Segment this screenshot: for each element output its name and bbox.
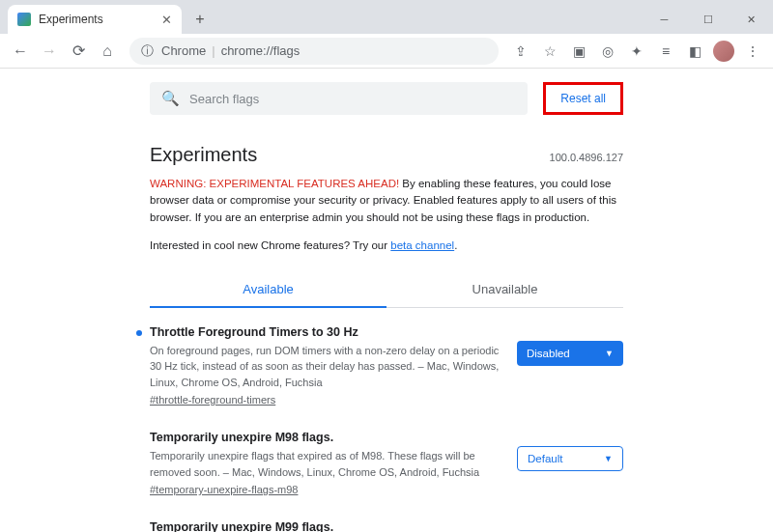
close-window-button[interactable]: ✕ <box>730 5 773 34</box>
reset-all-highlight: Reset all <box>543 82 623 115</box>
reset-all-button[interactable]: Reset all <box>551 88 616 109</box>
tab-favicon <box>17 13 31 26</box>
flag-title: Throttle Foreground Timers to 30 Hz <box>150 325 503 339</box>
window-controls: ─ ☐ ✕ <box>643 5 773 34</box>
browser-toolbar: ← → ⟳ ⌂ ⓘ Chrome | chrome://flags ⇪ ☆ ▣ … <box>0 34 773 69</box>
share-icon[interactable]: ⇪ <box>508 39 533 64</box>
page-content[interactable]: 🔍 Search flags Reset all Experiments 100… <box>0 69 773 532</box>
tab-close-icon[interactable]: ✕ <box>161 13 172 27</box>
flag-state-label: Disabled <box>527 348 570 359</box>
extension-box-icon[interactable]: ▣ <box>566 39 591 64</box>
omnibox-url: chrome://flags <box>221 43 301 58</box>
forward-button[interactable]: → <box>37 39 62 64</box>
flag-state-label: Default <box>528 453 562 464</box>
beta-channel-link[interactable]: beta channel <box>390 239 454 251</box>
flag-hash-link[interactable]: #temporary-unexpire-flags-m98 <box>150 484 503 495</box>
flag-row: Temporarily unexpire M99 flags.Temporari… <box>150 503 623 532</box>
address-bar[interactable]: ⓘ Chrome | chrome://flags <box>129 38 499 65</box>
reload-button[interactable]: ⟳ <box>66 39 91 64</box>
flags-list: Throttle Foreground Timers to 30 HzOn fo… <box>150 308 623 532</box>
flag-tabs: Available Unavailable <box>150 272 623 308</box>
page-title: Experiments <box>150 144 257 166</box>
search-icon: 🔍 <box>161 90 180 107</box>
version-label: 100.0.4896.127 <box>550 152 623 163</box>
flag-title: Temporarily unexpire M98 flags. <box>150 431 503 444</box>
chevron-down-icon: ▼ <box>604 454 613 463</box>
flag-row: Temporarily unexpire M98 flags.Temporari… <box>150 413 623 503</box>
flag-description: Temporarily unexpire flags that expired … <box>150 448 503 480</box>
minimize-button[interactable]: ─ <box>643 5 686 34</box>
extension-circle-icon[interactable]: ◎ <box>595 39 620 64</box>
new-tab-button[interactable]: + <box>187 7 213 32</box>
site-info-icon[interactable]: ⓘ <box>141 42 154 60</box>
flag-description: On foreground pages, run DOM timers with… <box>150 343 503 391</box>
flag-state-select[interactable]: Default▼ <box>517 446 623 471</box>
flag-row: Throttle Foreground Timers to 30 HzOn fo… <box>150 308 623 414</box>
search-placeholder: Search flags <box>189 92 259 106</box>
tab-available[interactable]: Available <box>150 272 386 308</box>
flag-state-select[interactable]: Disabled▼ <box>517 341 623 366</box>
bookmark-icon[interactable]: ☆ <box>537 39 562 64</box>
flag-hash-link[interactable]: #throttle-foreground-timers <box>150 394 503 406</box>
tab-unavailable[interactable]: Unavailable <box>386 272 623 308</box>
home-button[interactable]: ⌂ <box>95 39 120 64</box>
chevron-down-icon: ▼ <box>605 349 614 358</box>
profile-avatar[interactable] <box>711 39 736 64</box>
beta-channel-text: Interested in cool new Chrome features? … <box>150 239 623 251</box>
extensions-puzzle-icon[interactable]: ✦ <box>624 39 649 64</box>
window-titlebar: Experiments ✕ + ─ ☐ ✕ <box>0 0 773 34</box>
menu-icon[interactable]: ⋮ <box>740 39 765 64</box>
warning-prefix: WARNING: EXPERIMENTAL FEATURES AHEAD! <box>150 178 399 189</box>
warning-text: WARNING: EXPERIMENTAL FEATURES AHEAD! By… <box>150 176 623 226</box>
side-panel-icon[interactable]: ◧ <box>682 39 707 64</box>
omnibox-prefix: Chrome <box>161 43 206 58</box>
reading-list-icon[interactable]: ≡ <box>653 39 678 64</box>
flag-title: Temporarily unexpire M99 flags. <box>150 520 503 532</box>
search-flags-input[interactable]: 🔍 Search flags <box>150 82 528 115</box>
browser-tab[interactable]: Experiments ✕ <box>8 5 182 34</box>
maximize-button[interactable]: ☐ <box>686 5 730 34</box>
back-button[interactable]: ← <box>8 39 33 64</box>
tab-title: Experiments <box>39 13 161 26</box>
